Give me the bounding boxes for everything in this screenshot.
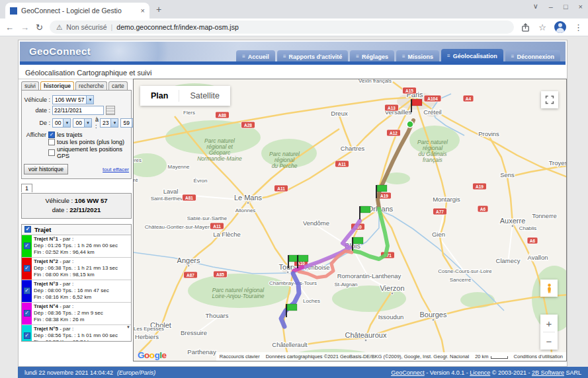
- road-badge-label: A85: [216, 272, 224, 277]
- park-label: Parc naturel régionalLoire-Anjou-Tourain…: [212, 287, 265, 299]
- terms-link[interactable]: Conditions d'utilisation: [514, 354, 563, 359]
- close-button[interactable]: ×: [579, 3, 583, 11]
- map-label-provins: Provins: [478, 130, 499, 137]
- trip-item-1: ✓Trajet N°1 - par :Dép : 01:26 Tps. : 1 …: [22, 235, 131, 258]
- map-svg[interactable]: Parc naturelrégional etGéoparcNormandie-…: [134, 79, 567, 361]
- road-badge-label: A12: [390, 131, 398, 135]
- map-label-vexin-francais: Vexin français: [358, 79, 392, 84]
- trip-item-5: ✓Trajet N°5 - par :Dép : 08:56 Tps. : 1 …: [22, 325, 131, 342]
- profile-avatar[interactable]: [554, 21, 566, 33]
- share-icon[interactable]: [521, 22, 530, 32]
- trip-checkbox-2[interactable]: ✓: [24, 265, 30, 272]
- trip-checkbox-3[interactable]: ✓: [24, 287, 30, 294]
- map-label-bourges: Bourges: [420, 311, 447, 319]
- vehicle-select[interactable]: 106 WW 57 ▼: [52, 95, 94, 104]
- trip-color-swatch: ✓: [22, 303, 32, 324]
- bookmark-star-icon[interactable]: ☆: [538, 22, 546, 32]
- tab-close-icon[interactable]: ×: [141, 7, 145, 15]
- map-label-troyes: Troyes: [549, 159, 567, 167]
- clear-all-link[interactable]: tout effacer: [103, 167, 129, 172]
- back-icon[interactable]: ←: [5, 22, 14, 32]
- browser-menu-icon[interactable]: ⋮: [574, 22, 583, 32]
- pegman-control[interactable]: [540, 280, 558, 297]
- map-label-sens: Sens: [500, 171, 515, 178]
- checkbox-les-trajets[interactable]: ✓: [48, 132, 55, 138]
- map-label-chambray-les-tours: Chambray-lès-Tours: [269, 280, 317, 286]
- forward-icon[interactable]: →: [21, 22, 29, 32]
- checkbox-tous-les-points-plus-long[interactable]: [48, 139, 55, 145]
- page-title: Géolocalisation Cartographique et suivi: [25, 69, 151, 77]
- map-label-la-fleche: La Flèche: [213, 231, 241, 238]
- footer-date: lundi 22 novembre 2021 14:04:42: [24, 369, 113, 376]
- tab-search-icon[interactable]: ∨: [533, 2, 538, 11]
- trip-checkbox-1[interactable]: ✓: [24, 243, 30, 249]
- map-label-st-aignan: St-Aignan: [334, 282, 357, 287]
- google-logo[interactable]: Google: [138, 350, 167, 360]
- keyboard-shortcuts-link[interactable]: Raccourcis clavier: [220, 354, 260, 359]
- trip-flag-7[interactable]: [286, 304, 297, 317]
- sidebar-tab-historique[interactable]: historique: [40, 81, 74, 90]
- address-bar[interactable]: ⚠ Non sécurisé | demo.geoconnect.fr/inde…: [50, 20, 514, 34]
- sidebar-tab-suivi[interactable]: suivi: [21, 81, 39, 90]
- option-tous-les-points-plus-long: tous les points (plus long): [48, 139, 129, 145]
- road-badge-label: A4: [466, 96, 472, 101]
- map-plan-button[interactable]: Plan: [140, 86, 179, 106]
- trip-flag-3[interactable]: [360, 206, 370, 219]
- calendar-icon[interactable]: [106, 106, 115, 115]
- trip-flag-1[interactable]: [411, 99, 422, 112]
- option-les-trajets: ✓les trajets: [48, 132, 129, 138]
- trip-checkbox-4[interactable]: ✓: [24, 310, 30, 317]
- scroll-down-icon[interactable]: ▼: [126, 325, 130, 329]
- hour-from-select[interactable]: 00▼: [52, 118, 71, 128]
- map-label-allonnes: Allonnes: [235, 208, 256, 213]
- footer-link-2b-software[interactable]: 2B Software: [532, 369, 564, 376]
- view-history-button[interactable]: voir historique: [24, 164, 68, 174]
- minute-from-select[interactable]: 00▼: [73, 118, 91, 128]
- road-badge-label: A15: [405, 89, 413, 93]
- footer-link-geoconnect[interactable]: GeoConnect: [391, 369, 425, 376]
- vehicle-info-box: Véhicule : 106 WW 57 date : 22/11/2021: [21, 193, 132, 219]
- city-dot: [511, 225, 514, 227]
- sidebar: suivihistoriquerecherchecarte Véhicule :…: [21, 81, 132, 342]
- map-canvas[interactable]: Parc naturelrégional etGéoparcNormandie-…: [133, 79, 567, 361]
- reload-icon[interactable]: ↻: [36, 22, 43, 32]
- trip-item-4: ✓Trajet N°4 - par :Dép : 08:36 Tps. : 2 …: [22, 303, 131, 325]
- trips-master-checkbox[interactable]: ✓: [24, 226, 31, 233]
- map-label-flers: Flers: [183, 110, 195, 116]
- nav-tab-geolocalisation[interactable]: ≡Géolocalisation: [441, 49, 503, 63]
- zoom-in-button[interactable]: +: [540, 315, 558, 332]
- road-badge-label: A87: [187, 273, 194, 278]
- date-input[interactable]: [52, 106, 104, 115]
- sidebar-tab-recherche[interactable]: recherche: [75, 81, 107, 90]
- trip-checkbox-5[interactable]: ✓: [24, 332, 30, 339]
- info-vehicle-label: Véhicule :: [45, 197, 74, 204]
- trip-details: Trajet N°4 - par :Dép : 08:36 Tps. : 2 m…: [32, 303, 131, 324]
- from-label: De :: [24, 120, 50, 126]
- city-dot: [391, 292, 394, 295]
- map-label-sancerre: Sancerre: [450, 277, 472, 283]
- footer-link-licence[interactable]: Licence: [470, 369, 490, 376]
- checkbox-uniquement-les-positions-gps[interactable]: [48, 149, 55, 156]
- start-marker[interactable]: [407, 121, 413, 128]
- map-satellite-button[interactable]: Satellite: [179, 86, 230, 106]
- app-content: GeoConnect ≡Accueil≡Rapports d'activité≡…: [18, 40, 567, 367]
- menu-lines-icon: ≡: [356, 54, 359, 59]
- browser-tab[interactable]: GeoConnect - Logiciel de Gestio ×: [5, 3, 149, 19]
- zoom-out-button[interactable]: −: [540, 332, 558, 350]
- map-label-angers: Angers: [177, 256, 200, 264]
- map-label-chateau-gontier-sur-mayenne: Château-Gontier-sur-Mayenne: [145, 224, 217, 230]
- road-badge-label: A104: [427, 96, 438, 101]
- new-tab-button[interactable]: +: [156, 4, 161, 15]
- map-label-chablis: Chablis: [519, 225, 537, 231]
- to-label: à :: [95, 116, 99, 130]
- road-badge-label: A19: [476, 184, 483, 189]
- maximize-button[interactable]: □: [564, 3, 568, 11]
- minimize-button[interactable]: –: [549, 3, 553, 11]
- map-label-tonnerre: Tonnerre: [532, 212, 557, 219]
- result-page-tab[interactable]: 1: [21, 184, 32, 192]
- hour-to-select[interactable]: 23▼: [100, 118, 118, 128]
- map-label-chatellerault: Châtellerault: [272, 341, 308, 348]
- main-nav: ≡Accueil≡Rapports d'activité≡Réglages≡Mi…: [236, 49, 560, 63]
- sidebar-tab-carte[interactable]: carte: [108, 81, 128, 90]
- fullscreen-button[interactable]: [541, 91, 558, 108]
